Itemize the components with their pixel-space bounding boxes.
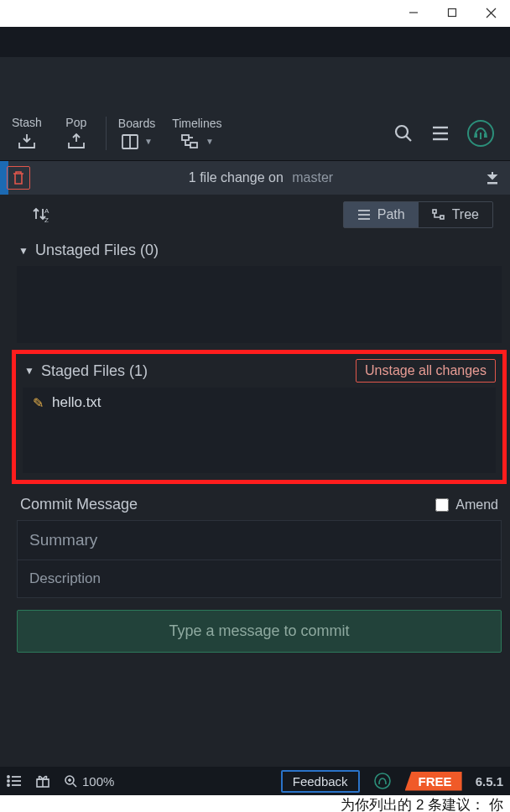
stage-all-icon[interactable] [485,170,500,185]
tree-view-button[interactable]: Tree [419,202,492,227]
feedback-button[interactable]: Feedback [281,770,360,793]
minimize-button[interactable] [394,0,433,25]
boards-label: Boards [118,117,155,130]
chevron-down-icon: ▼ [144,137,153,146]
collapse-icon: ▼ [24,365,34,377]
kraken-logo-icon[interactable] [466,119,495,148]
commit-header: Commit Message Amend [17,489,502,520]
amend-checkbox[interactable]: Amend [435,497,498,513]
status-bar: 100% Feedback FREE 6.5.1 [0,767,510,795]
svg-line-32 [73,783,76,787]
staged-file-list: ✎ hello.txt [23,388,496,473]
menu-icon[interactable] [429,122,451,144]
staged-highlight: ▼ Staged Files (1) Unstage all changes ✎… [12,350,507,484]
svg-text:Z: Z [44,216,49,224]
svg-text:A: A [44,207,49,215]
zoom-control[interactable]: 100% [64,774,114,789]
stash-label: Stash [12,116,42,129]
header-spacer [0,27,510,57]
svg-line-9 [406,136,411,141]
file-change-bar: 1 file change on master [0,161,510,195]
unstaged-header[interactable]: ▼ Unstaged Files (0) [17,235,502,266]
file-row[interactable]: ✎ hello.txt [23,388,496,418]
file-name: hello.txt [52,394,101,411]
clipped-overlay: 为你列出的 2 条建议： 你 [0,795,510,812]
svg-rect-14 [487,182,497,185]
gift-icon[interactable] [35,773,50,789]
file-change-text: 1 file change on master [37,170,485,185]
svg-point-26 [8,784,9,786]
view-toggle-row: A Z Path Tree [17,195,502,235]
boards-icon [121,133,139,150]
timelines-dropdown[interactable]: Timelines ▼ [167,117,226,150]
pop-icon [65,133,87,151]
svg-point-24 [8,780,9,782]
pop-label: Pop [65,116,86,129]
description-input[interactable]: Description [18,560,501,597]
stash-icon [16,133,38,151]
right-panel: A Z Path Tree ▼ Unstaged Files (0) ▼ Sta… [0,195,510,767]
svg-point-22 [8,776,9,778]
toolbar: Stash Pop Boards [0,106,510,161]
svg-rect-7 [190,143,197,148]
sort-button[interactable]: A Z [25,202,57,227]
stash-button[interactable]: Stash [0,106,54,160]
view-toggle: Path Tree [343,201,493,228]
timelines-icon [180,133,200,150]
unstaged-file-list [17,266,502,343]
svg-rect-6 [182,135,189,140]
version-label: 6.5.1 [476,774,503,789]
branch-name: master [292,170,333,185]
window-titlebar [0,0,510,27]
tabbar-area [0,57,510,106]
summary-input[interactable]: Summary [18,521,501,560]
chevron-down-icon: ▼ [206,137,214,146]
path-view-button[interactable]: Path [344,202,419,227]
search-icon[interactable] [393,122,414,144]
svg-rect-20 [433,210,436,213]
collapse-icon: ▼ [18,245,29,257]
maximize-button[interactable] [433,0,471,25]
svg-rect-21 [440,216,444,219]
boards-dropdown[interactable]: Boards ▼ [113,117,160,150]
svg-point-35 [375,773,390,789]
list-icon[interactable] [7,774,22,788]
svg-point-8 [396,126,408,138]
modified-icon: ✎ [33,395,44,411]
svg-rect-1 [449,9,456,17]
commit-title: Commit Message [20,496,138,513]
timelines-label: Timelines [172,117,221,130]
free-badge: FREE [405,772,462,791]
pop-button[interactable]: Pop [54,106,99,160]
close-button[interactable] [471,0,510,25]
toolbar-separator [106,117,107,150]
commit-box: Summary Description [17,520,502,598]
discard-button[interactable] [7,166,30,190]
unstage-all-button[interactable]: Unstage all changes [356,359,496,383]
commit-button[interactable]: Type a message to commit [17,610,502,653]
amend-input[interactable] [435,498,449,512]
kraken-status-icon[interactable] [373,772,392,790]
staged-header[interactable]: ▼ Staged Files (1) [23,361,149,382]
